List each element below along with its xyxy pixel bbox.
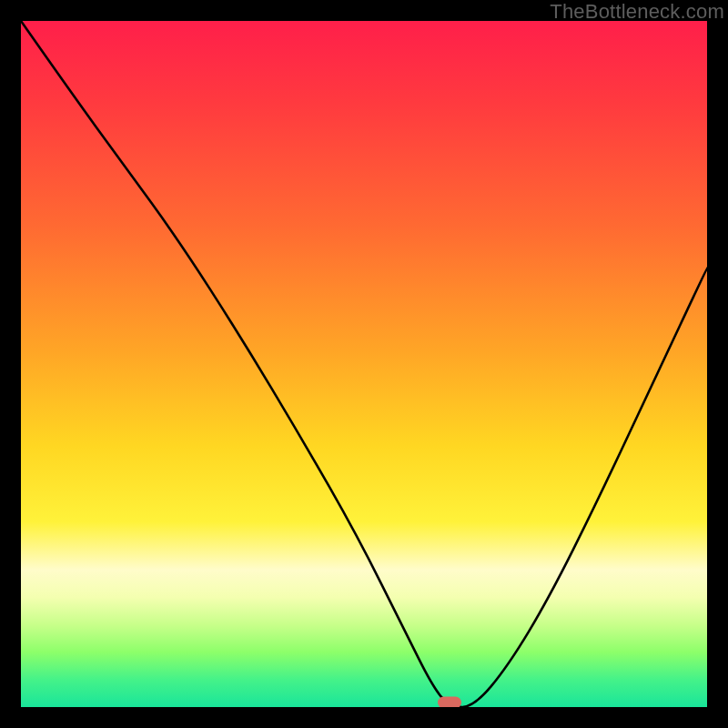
plot-area — [21, 21, 707, 707]
optimum-marker — [438, 697, 461, 707]
bottleneck-curve — [21, 21, 707, 707]
chart-frame: TheBottleneck.com — [0, 0, 728, 728]
